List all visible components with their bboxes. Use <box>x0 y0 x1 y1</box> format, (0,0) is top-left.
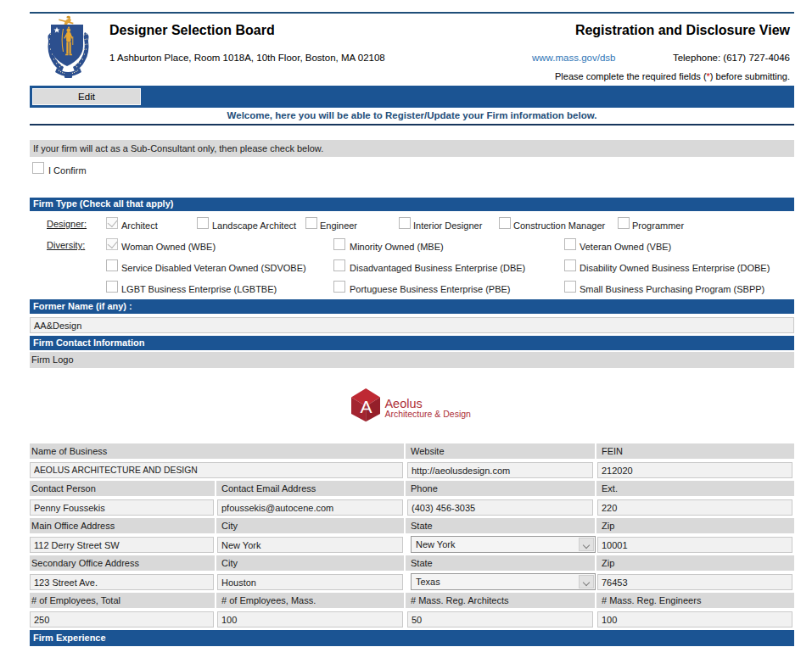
svg-text:A: A <box>360 397 372 416</box>
svg-text:Architecture & Design: Architecture & Design <box>384 409 471 419</box>
